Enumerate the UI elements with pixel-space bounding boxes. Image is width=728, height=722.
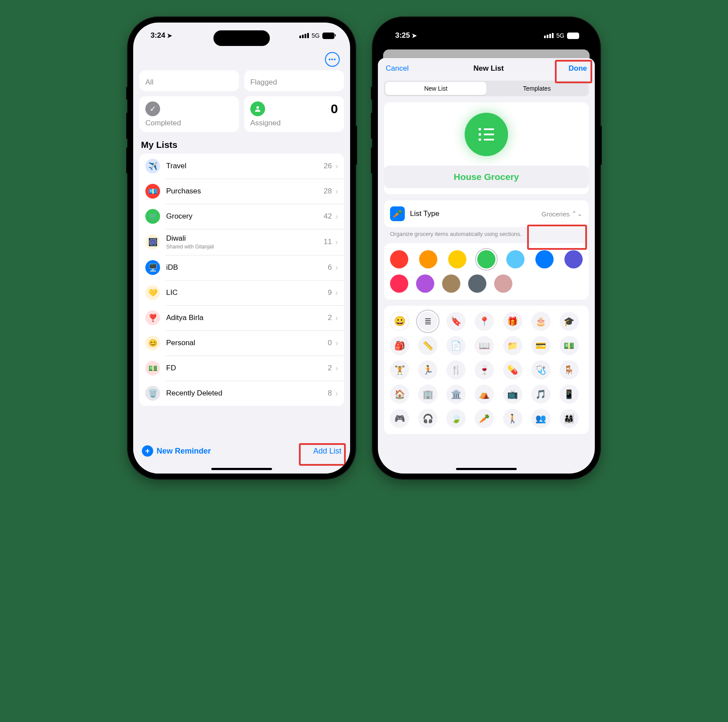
- add-list-button[interactable]: Add List: [313, 447, 341, 456]
- list-count: 26: [324, 162, 332, 170]
- list-title: Personal: [166, 339, 328, 347]
- folder-icon[interactable]: 📁: [503, 336, 522, 355]
- color-swatch[interactable]: [535, 250, 554, 268]
- phone-icon[interactable]: 📱: [560, 385, 579, 404]
- chevron-right-icon: ›: [335, 288, 338, 297]
- card-completed[interactable]: ✓ Completed: [139, 96, 239, 132]
- person-icon: [250, 101, 265, 116]
- leaf-icon[interactable]: 🍃: [446, 409, 466, 428]
- list-row-recently-deleted[interactable]: 🗑️Recently Deleted8›: [139, 381, 344, 406]
- person-icon[interactable]: 🚶: [503, 409, 522, 428]
- color-swatch[interactable]: [390, 250, 408, 268]
- document-icon[interactable]: 📄: [446, 336, 466, 355]
- list-row-personal[interactable]: 😊Personal0›: [139, 330, 344, 356]
- tv-icon[interactable]: 📺: [503, 385, 522, 404]
- list-row-lic[interactable]: 💛LIC9›: [139, 280, 344, 305]
- phone-left: 3:24 ➤ 5G ••• All Flagged: [128, 17, 355, 479]
- house-icon[interactable]: 🏠: [390, 385, 409, 404]
- graduation-icon[interactable]: 🎓: [560, 312, 579, 331]
- game-icon[interactable]: 🎮: [390, 409, 409, 428]
- cash-icon[interactable]: 💵: [560, 336, 579, 355]
- color-swatch[interactable]: [416, 274, 434, 293]
- emoji-icon[interactable]: 😀: [390, 312, 409, 331]
- list-type-row[interactable]: 🥕 List Type Groceries ⌃⌄: [384, 200, 589, 227]
- list-icon: 🛒: [145, 209, 160, 224]
- phone-right: 3:25 ➤ 5G Cancel New List Done N: [373, 17, 600, 479]
- new-list-sheet: Cancel New List Done New List Templates: [378, 58, 595, 474]
- color-swatch[interactable]: [419, 250, 437, 268]
- segment-new-list[interactable]: New List: [385, 82, 486, 95]
- color-swatch[interactable]: [448, 250, 466, 268]
- network-label: 5G: [556, 32, 564, 39]
- list-row-idb[interactable]: 🖥️iDB6›: [139, 255, 344, 280]
- list-row-travel[interactable]: ✈️Travel26›: [139, 154, 344, 179]
- pin-icon[interactable]: 📍: [475, 312, 494, 331]
- people-icon[interactable]: 👥: [531, 409, 551, 428]
- family-icon[interactable]: 👨‍👩‍👧: [560, 409, 579, 428]
- new-reminder-button[interactable]: + New Reminder: [142, 445, 211, 457]
- color-swatch[interactable]: [390, 274, 408, 293]
- color-swatch[interactable]: [494, 274, 512, 293]
- color-swatch[interactable]: [468, 274, 486, 293]
- list-icon: 🗑️: [145, 386, 160, 401]
- list-count: 8: [328, 389, 332, 398]
- chair-icon[interactable]: 🪑: [560, 360, 579, 379]
- list-icon[interactable]: ≣: [418, 312, 437, 331]
- color-swatch[interactable]: [506, 250, 525, 268]
- list-icon: 💶: [145, 184, 160, 199]
- chevron-right-icon: ›: [335, 238, 338, 247]
- cancel-button[interactable]: Cancel: [386, 64, 409, 73]
- tent-icon[interactable]: ⛺: [475, 385, 494, 404]
- list-type-label: List Type: [410, 209, 536, 218]
- card-assigned[interactable]: 0 Assigned: [244, 96, 344, 132]
- more-button[interactable]: •••: [325, 52, 340, 67]
- backpack-icon[interactable]: 🎒: [390, 336, 409, 355]
- list-row-purchases[interactable]: 💶Purchases28›: [139, 179, 344, 204]
- list-title: Travel: [166, 162, 324, 170]
- list-row-fd[interactable]: 💵FD2›: [139, 356, 344, 381]
- segment-control[interactable]: New List Templates: [384, 81, 589, 96]
- bookmark-icon[interactable]: 🔖: [446, 312, 466, 331]
- list-icon: 🖥️: [145, 260, 160, 275]
- card-all[interactable]: All: [139, 70, 239, 91]
- book-icon[interactable]: 📖: [475, 336, 494, 355]
- list-name-input[interactable]: House Grocery: [384, 166, 589, 188]
- stethoscope-icon[interactable]: 🩺: [531, 360, 551, 379]
- plus-icon: +: [142, 445, 153, 457]
- dumbbell-icon[interactable]: 🏋️: [390, 360, 409, 379]
- pill-icon[interactable]: 💊: [503, 360, 522, 379]
- color-swatch[interactable]: [477, 250, 495, 268]
- color-swatch[interactable]: [564, 250, 583, 268]
- list-row-aditya-birla[interactable]: ❣️Aditya Birla2›: [139, 305, 344, 330]
- gift-icon[interactable]: 🎁: [503, 312, 522, 331]
- location-icon: ➤: [167, 32, 172, 39]
- chevron-right-icon: ›: [335, 212, 338, 221]
- list-type-value: Groceries ⌃⌄: [541, 210, 583, 218]
- list-count: 28: [324, 187, 332, 196]
- list-count: 9: [328, 288, 332, 297]
- building-icon[interactable]: 🏢: [418, 385, 437, 404]
- list-icon: 😊: [145, 336, 160, 350]
- card-flagged[interactable]: Flagged: [244, 70, 344, 91]
- list-row-grocery[interactable]: 🛒Grocery42›: [139, 204, 344, 229]
- card-icon[interactable]: 💳: [531, 336, 551, 355]
- ruler-icon[interactable]: 📏: [418, 336, 437, 355]
- headphones-icon[interactable]: 🎧: [418, 409, 437, 428]
- museum-icon[interactable]: 🏛️: [446, 385, 466, 404]
- done-button[interactable]: Done: [568, 64, 587, 73]
- color-swatch[interactable]: [442, 274, 460, 293]
- running-icon[interactable]: 🏃: [418, 360, 437, 379]
- list-count: 6: [328, 263, 332, 272]
- fork-knife-icon[interactable]: 🍴: [446, 360, 466, 379]
- modal-title: New List: [473, 64, 504, 73]
- cake-icon[interactable]: 🎂: [531, 312, 551, 331]
- music-icon[interactable]: 🎵: [531, 385, 551, 404]
- list-preview-icon: [465, 113, 508, 156]
- carrot-icon[interactable]: 🥕: [475, 409, 494, 428]
- list-subtitle: Shared with Gitanjali: [166, 244, 324, 250]
- list-row-diwali[interactable]: 🎆DiwaliShared with Gitanjali11›: [139, 229, 344, 255]
- list-title: Aditya Birla: [166, 314, 328, 322]
- wine-icon[interactable]: 🍷: [475, 360, 494, 379]
- segment-templates[interactable]: Templates: [486, 82, 587, 95]
- list-icon: 🎆: [145, 235, 160, 249]
